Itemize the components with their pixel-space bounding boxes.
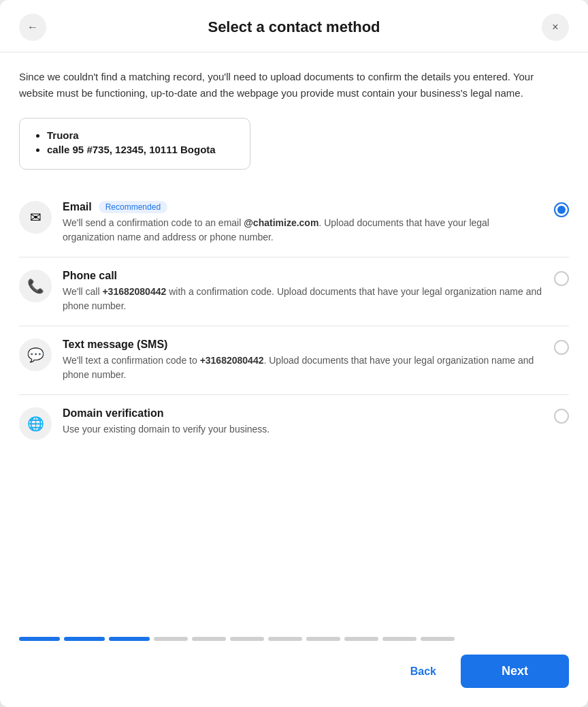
phone_call-title-row: Phone call — [63, 270, 543, 282]
sms-radio[interactable] — [554, 339, 569, 355]
option-phone_call[interactable]: 📞Phone callWe'll call +31682080442 with … — [19, 257, 569, 326]
back-icon: ← — [27, 21, 38, 33]
options-list: ✉EmailRecommendedWe'll send a confirmati… — [19, 189, 569, 452]
option-domain[interactable]: 🌐Domain verificationUse your existing do… — [19, 395, 569, 452]
description-text: Since we couldn't find a matching record… — [19, 69, 569, 101]
phone_call-content: Phone callWe'll call +31682080442 with a… — [63, 270, 543, 313]
sms-title: Text message (SMS) — [63, 339, 167, 351]
phone_call-title: Phone call — [63, 270, 117, 282]
info-box: Truoracalle 95 #735, 12345, 10111 Bogota — [19, 118, 250, 170]
domain-radio[interactable] — [554, 407, 569, 424]
back-button[interactable]: ← — [19, 14, 46, 41]
email-badge: Recommended — [99, 201, 167, 213]
email-icon: ✉ — [19, 201, 52, 234]
sms-content: Text message (SMS)We'll text a confirmat… — [63, 339, 543, 382]
domain-description: Use your existing domain to verify your … — [63, 422, 543, 437]
close-button[interactable]: × — [542, 14, 569, 41]
progress-section — [0, 623, 588, 641]
footer: Back Next — [0, 641, 588, 707]
modal: ← Select a contact method × Since we cou… — [0, 0, 588, 707]
close-icon: × — [552, 21, 558, 33]
info-item: Truora — [47, 129, 236, 141]
option-sms[interactable]: 💬Text message (SMS)We'll text a confirma… — [19, 326, 569, 395]
sms-icon: 💬 — [19, 339, 52, 371]
back-footer-button[interactable]: Back — [397, 659, 450, 685]
email-content: EmailRecommendedWe'll send a confirmatio… — [63, 201, 543, 245]
sms-title-row: Text message (SMS) — [63, 339, 543, 351]
header: ← Select a contact method × — [0, 0, 588, 52]
phone_call-radio[interactable] — [554, 270, 569, 286]
domain-title: Domain verification — [63, 407, 163, 420]
email-title-row: EmailRecommended — [63, 201, 543, 213]
phone_call-description: We'll call +31682080442 with a confirmat… — [63, 285, 543, 313]
next-button[interactable]: Next — [461, 655, 569, 688]
info-item: calle 95 #735, 12345, 10111 Bogota — [47, 144, 236, 155]
email-radio[interactable] — [554, 201, 569, 217]
option-email[interactable]: ✉EmailRecommendedWe'll send a confirmati… — [19, 189, 569, 257]
domain-title-row: Domain verification — [63, 407, 543, 420]
domain-content: Domain verificationUse your existing dom… — [63, 407, 543, 437]
email-description: We'll send a confirmation code to an ema… — [63, 216, 543, 245]
page-title: Select a contact method — [46, 18, 542, 36]
email-title: Email — [63, 201, 92, 213]
domain-icon: 🌐 — [19, 407, 52, 440]
phone_call-icon: 📞 — [19, 270, 52, 302]
content: Since we couldn't find a matching record… — [0, 52, 588, 623]
sms-description: We'll text a confirmation code to +31682… — [63, 354, 543, 382]
